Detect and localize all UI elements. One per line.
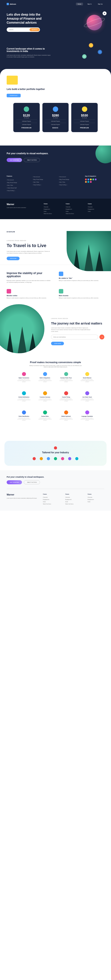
feature: Unlimited Projects bbox=[45, 123, 66, 125]
industry-icon[interactable] bbox=[54, 457, 57, 460]
proof-desc: Lorem ipsum dolor sit amet consectetur a… bbox=[58, 398, 74, 401]
proof-desc: Lorem ipsum dolor sit amet consectetur a… bbox=[80, 417, 95, 421]
footer-link[interactable]: Channels bbox=[66, 206, 82, 208]
see-action-button[interactable]: SEE IT ACTION bbox=[24, 480, 40, 484]
footer-link[interactable]: Channels bbox=[43, 496, 60, 498]
footer-col-heading: Cases bbox=[66, 203, 82, 204]
price: $120 bbox=[16, 114, 37, 117]
footer-cta: Put your creativity to visual workspace.… bbox=[7, 476, 104, 489]
feature: Unlimited Projects bbox=[16, 123, 37, 125]
footer-link[interactable]: Channels bbox=[88, 206, 104, 208]
footer-link[interactable]: Scale bbox=[44, 210, 60, 212]
nav-home[interactable]: Home bbox=[76, 3, 83, 5]
footer-col: CasesChannelsEngagementScale bbox=[88, 493, 104, 505]
footer-link[interactable]: Watch the Demo bbox=[44, 212, 60, 215]
proof-title: Proof makes increasing conversions simpl… bbox=[7, 361, 104, 364]
integration-icon[interactable] bbox=[85, 181, 87, 183]
portfolio-title: Lets build a better portfolio together bbox=[7, 88, 104, 91]
feature-item: • Blog Tinned Design bbox=[59, 178, 78, 181]
feature: Unlimited Projects bbox=[16, 119, 37, 122]
planet-illustration bbox=[87, 15, 102, 30]
integration-icon[interactable] bbox=[88, 178, 89, 180]
proof-desc: Lorem ipsum dolor sit amet consectetur a… bbox=[58, 417, 74, 421]
proof-item: Live Visitor CountLorem ipsum dolor sit … bbox=[80, 391, 95, 406]
integration-icon[interactable] bbox=[90, 181, 92, 183]
get-started-button[interactable]: GET STARTED bbox=[7, 158, 22, 162]
footer-link[interactable]: Engagement bbox=[44, 208, 60, 210]
integration-icon[interactable] bbox=[90, 178, 92, 180]
footer-link[interactable]: Engagement bbox=[66, 208, 82, 210]
proof-item: Higher ConversionsLorem ipsum dolor sit … bbox=[16, 372, 32, 387]
search-button[interactable]: SEARCH bbox=[30, 28, 39, 31]
get-started-button[interactable]: GET STARTED bbox=[7, 480, 22, 484]
feature-item: • Free account bbox=[33, 175, 52, 178]
feature-title: More income bbox=[59, 295, 104, 296]
integrations-col: App & Integration bbox=[85, 175, 105, 192]
nav-signup[interactable]: Sign Up bbox=[96, 3, 104, 5]
industry-icon[interactable] bbox=[33, 457, 36, 460]
see-action-button[interactable]: SEE IT ACTION bbox=[24, 158, 40, 162]
feature: Unlimited Projects bbox=[74, 119, 95, 122]
footer-link[interactable]: Watch the Demo bbox=[66, 212, 82, 215]
tree-icon bbox=[84, 244, 93, 271]
journey-title: The journey not the arrival matters bbox=[51, 321, 104, 325]
integration-icon[interactable] bbox=[88, 181, 89, 183]
footer-link[interactable]: Scale bbox=[88, 210, 104, 212]
features-section: Features • Free account• Blog Tinned Des… bbox=[0, 169, 111, 199]
integration-icon[interactable] bbox=[85, 178, 87, 180]
feature-monitor: Monitor online Being on social network i… bbox=[7, 289, 52, 299]
footer-link[interactable]: Engagement bbox=[88, 498, 104, 501]
proof-icon bbox=[22, 410, 26, 414]
send-button[interactable]: → bbox=[100, 334, 104, 339]
footer-link[interactable]: Channels bbox=[65, 496, 82, 498]
footer-link[interactable]: Scale bbox=[66, 210, 82, 212]
feature-income: More income Being on social network is r… bbox=[59, 289, 104, 299]
brand-logo[interactable]: dishum bbox=[7, 3, 16, 5]
footer-link[interactable]: Scale bbox=[43, 501, 60, 503]
email-input[interactable] bbox=[51, 334, 98, 339]
proof-item: Built-in IntegrationsLorem ipsum dolor s… bbox=[37, 372, 53, 387]
play-button[interactable] bbox=[103, 11, 106, 15]
integrations-heading: App & Integration bbox=[85, 175, 105, 177]
proof-desc: Lorem ipsum dolor sit amet consectetur a… bbox=[16, 379, 32, 382]
footer-link[interactable]: Scale bbox=[88, 501, 104, 503]
brand-logo[interactable]: DISHUM bbox=[7, 231, 15, 233]
proof-desc: Lorem ipsum dolor sit amet consectetur a… bbox=[80, 379, 95, 382]
footer-link[interactable]: Engagement bbox=[88, 208, 104, 210]
proof-icon bbox=[22, 372, 26, 376]
footer-link[interactable]: Channels bbox=[44, 206, 60, 208]
pricing-card-basic[interactable]: $280 Per Month Unlimited Projects Unlimi… bbox=[42, 103, 69, 132]
feature-item: • Keep Smiling :) bbox=[59, 183, 78, 186]
footer-link[interactable]: Watch the Demo bbox=[65, 503, 82, 505]
nav-signin[interactable]: Sign In bbox=[86, 3, 94, 5]
industry-icon[interactable] bbox=[61, 457, 64, 460]
pricing-card-premium[interactable]: $530 Per Month Unlimited Projects Unlimi… bbox=[71, 103, 98, 132]
creativity-title: Put your creativity to visual workspace. bbox=[7, 152, 104, 155]
footer-2: Put your creativity to visual workspace.… bbox=[0, 470, 111, 511]
search-input[interactable] bbox=[7, 28, 30, 31]
pricing-card-freemium[interactable]: $120 Per Month Unlimited Projects Unlimi… bbox=[13, 103, 40, 132]
industry-icon[interactable] bbox=[68, 457, 71, 460]
like-icon bbox=[59, 272, 63, 276]
footer-link[interactable]: Watch the Demo bbox=[43, 503, 60, 505]
proof-label: Higher Conversions bbox=[16, 377, 32, 379]
footer-tagline: Lorem ipsum dolor sit amet consectetur a… bbox=[7, 497, 37, 499]
footer-link[interactable]: Engagement bbox=[65, 498, 82, 501]
proof-icon bbox=[64, 372, 68, 376]
portfolio-button[interactable]: PORTFOLIO bbox=[7, 94, 20, 97]
feature-item: • Max 5 Tabs bbox=[33, 181, 52, 183]
integration-icon[interactable] bbox=[92, 178, 94, 180]
footer-link[interactable]: Engagement bbox=[43, 498, 60, 501]
join-now-button[interactable]: JOIN NOW bbox=[7, 257, 20, 260]
footer-col-heading: Cases bbox=[44, 203, 60, 204]
footer-link[interactable]: Channels bbox=[88, 496, 104, 498]
proof-desc: Lorem ipsum dolor sit amet consectetur a… bbox=[16, 398, 32, 401]
industry-icon[interactable] bbox=[47, 457, 50, 460]
industry-icon[interactable] bbox=[40, 457, 43, 460]
search-bar: SEARCH bbox=[7, 27, 40, 32]
integration-icon[interactable] bbox=[95, 178, 97, 180]
footer-link[interactable]: Scale bbox=[65, 501, 82, 503]
features-heading: Features bbox=[7, 175, 26, 177]
join-button[interactable]: JOIN NOW bbox=[51, 342, 64, 345]
industry-icon[interactable] bbox=[75, 457, 78, 460]
